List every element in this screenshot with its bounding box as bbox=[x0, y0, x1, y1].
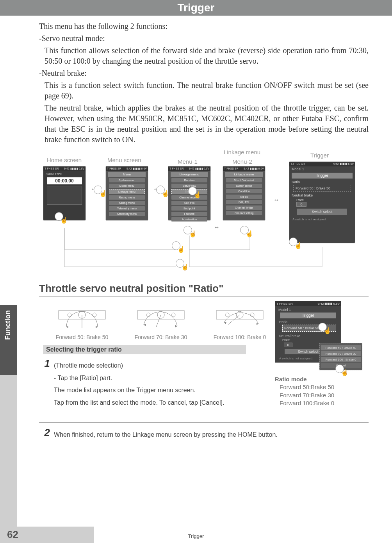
step1-line3: Tap from the list and select the mode. T… bbox=[54, 398, 257, 407]
ratio-figure-50-50: Forward 50: Brake 50 bbox=[51, 304, 113, 340]
popup-option-100-0[interactable]: Forward 100 : Brake 0 bbox=[321, 357, 361, 362]
svg-point-7 bbox=[146, 313, 150, 317]
step1-line1: - Tap the [Ratio] part. bbox=[54, 374, 257, 382]
ratio-figure-100-0: Forward 100: Brake 0 bbox=[208, 304, 271, 340]
page-header: Trigger bbox=[0, 0, 392, 16]
neutral-brake-desc1: This is a function select switch functio… bbox=[39, 80, 369, 101]
tap-hand-icon bbox=[318, 323, 327, 331]
sub-heading: Selecting the trigger ratio bbox=[43, 345, 246, 354]
step1-title: (Throttle mode selection) bbox=[54, 361, 257, 370]
step2-text: When finished, return to the Linkage men… bbox=[54, 430, 369, 439]
svg-point-12 bbox=[225, 313, 229, 317]
neutral-brake-label: -Neutral brake: bbox=[39, 68, 369, 79]
step-2: 2 When finished, return to the Linkage m… bbox=[39, 427, 369, 443]
neutral-brake-desc2: The neutral brake, which applies the bra… bbox=[39, 103, 369, 145]
trigger-screen-detail: T-FHSS SR9:42 ▮▮▮▮▮ 6.6V Model 1 Trigger… bbox=[275, 301, 341, 363]
popup-option-70-30[interactable]: Forward 70 : Brake 30 bbox=[321, 351, 361, 356]
tap-hand-icon bbox=[335, 364, 344, 373]
ratio-figure-70-30: Forward 70: Brake 30 bbox=[130, 304, 192, 340]
ratio-mode-popup: Forward 50 : Brake 50 Forward 70 : Brake… bbox=[319, 343, 362, 370]
section-heading: Throttle servo neutral position "Ratio" bbox=[39, 282, 369, 297]
step1-line2: The mode list appears on the Trigger men… bbox=[54, 386, 257, 395]
side-tab-label: Function bbox=[4, 310, 12, 340]
intro-line1: This menu has the following 2 functions: bbox=[39, 21, 369, 32]
step-2-wrap: 2 When finished, return to the Linkage m… bbox=[39, 422, 369, 443]
ratio-mode-list: Ratio mode Forward 50:Brake 50 Forward 7… bbox=[275, 375, 361, 407]
intro-block: This menu has the following 2 functions:… bbox=[39, 21, 369, 145]
page-title: Trigger bbox=[178, 2, 215, 14]
connector-lines bbox=[39, 150, 363, 275]
trigger-screen-with-popup: T-FHSS SR9:42 ▮▮▮▮▮ 6.6V Model 1 Trigger… bbox=[275, 301, 361, 407]
svg-line-9 bbox=[156, 315, 161, 327]
popup-option-50-50[interactable]: Forward 50 : Brake 50 bbox=[321, 345, 361, 350]
navigation-diagram: Home screen Menu screen Linkage menu Men… bbox=[39, 150, 369, 275]
servo-mode-label: -Servo neutral mode: bbox=[39, 33, 369, 44]
side-tab: Function bbox=[0, 305, 17, 375]
side-gray-strip bbox=[0, 375, 17, 527]
footer: 62 Trigger bbox=[0, 527, 392, 543]
servo-mode-desc: This function allows selection of the fo… bbox=[39, 45, 369, 66]
footer-label: Trigger bbox=[0, 533, 392, 539]
